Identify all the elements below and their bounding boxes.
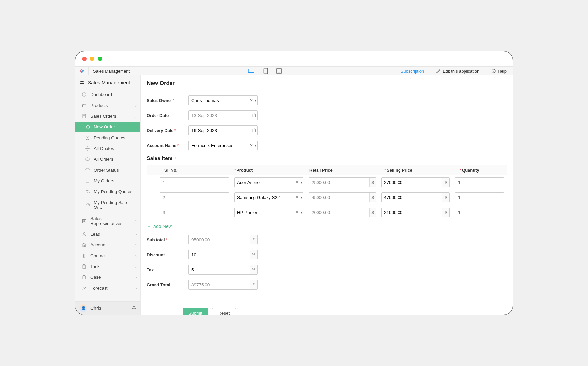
- sidebar-item-task[interactable]: Task›: [75, 261, 140, 272]
- delivery-date-input[interactable]: [189, 126, 250, 135]
- selling-price-input[interactable]: [382, 208, 442, 217]
- device-tablet-icon[interactable]: [263, 68, 268, 74]
- clear-icon[interactable]: ✕: [295, 178, 299, 187]
- account-name-input[interactable]: [189, 141, 249, 150]
- order-date-input: [189, 111, 250, 120]
- chevron-down-icon[interactable]: ▾: [299, 208, 303, 217]
- edit-app-link[interactable]: Edit this application: [430, 67, 485, 75]
- product-select[interactable]: ✕▾: [234, 192, 303, 202]
- product-input[interactable]: [235, 178, 295, 187]
- sidebar-item-forecast[interactable]: Forecast›: [75, 283, 140, 293]
- sidebar-item-dashboard[interactable]: Dashboard: [75, 89, 140, 100]
- table-row: ✕▾$$: [147, 175, 507, 190]
- quantity-field[interactable]: [455, 177, 504, 187]
- reset-button[interactable]: Reset: [212, 308, 236, 315]
- sales-owner-select[interactable]: ✕ ▾: [188, 95, 258, 105]
- device-mobile-icon[interactable]: [276, 68, 282, 74]
- reps-icon: [81, 219, 87, 224]
- bell-icon[interactable]: [131, 306, 137, 311]
- calendar-icon[interactable]: [250, 126, 257, 135]
- sidebar-item-contact[interactable]: Contact›: [75, 250, 140, 261]
- percent-icon: %: [250, 265, 257, 274]
- sidebar-item-pending-quotes[interactable]: Pending Quotes: [75, 132, 140, 143]
- sidebar-item-lead[interactable]: Lead›: [75, 229, 140, 240]
- sidebar-item-products[interactable]: Products›: [75, 100, 140, 111]
- new-order-icon: [85, 125, 90, 129]
- sidebar-item-account[interactable]: Account›: [75, 240, 140, 250]
- discount-input[interactable]: [189, 250, 250, 259]
- sales-item-heading: Sales Item *: [147, 156, 507, 161]
- account-icon: [81, 242, 87, 247]
- sidebar-item-sales-representatives[interactable]: Sales Representatives›: [75, 213, 140, 229]
- submit-button[interactable]: Submit: [183, 308, 208, 315]
- svg-rect-1: [248, 69, 254, 73]
- clear-icon[interactable]: ✕: [295, 193, 299, 202]
- window-min-dot[interactable]: [90, 57, 94, 61]
- pencil-icon: [436, 69, 441, 73]
- chevron-down-icon[interactable]: ▾: [299, 193, 303, 202]
- th-retail: Retail Price: [307, 168, 382, 173]
- sidebar-item-new-order[interactable]: New Order: [75, 122, 140, 132]
- grand-total-input: [189, 280, 250, 289]
- window-close-dot[interactable]: [82, 57, 87, 61]
- sidebar-item-case[interactable]: Case›: [75, 272, 140, 283]
- product-input[interactable]: [235, 208, 295, 217]
- sales-owner-input[interactable]: [189, 96, 249, 105]
- discount-label: Discount: [147, 252, 188, 257]
- sidebar-item-sales-orders[interactable]: Sales Orders⌄: [75, 111, 140, 122]
- subscription-link[interactable]: Subscription: [395, 67, 430, 75]
- table-row: ✕▾$$: [147, 190, 507, 205]
- tax-input[interactable]: [189, 265, 250, 274]
- quantity-input[interactable]: [455, 208, 504, 217]
- back-button[interactable]: [75, 67, 89, 75]
- chevron-down-icon[interactable]: ▾: [253, 96, 258, 105]
- sidebar-item-label: Lead: [90, 232, 100, 237]
- account-name-select[interactable]: ✕ ▾: [188, 141, 258, 150]
- retail-price-field: $: [309, 177, 376, 187]
- selling-price-field[interactable]: $: [381, 208, 450, 217]
- quantity-input[interactable]: [455, 193, 504, 202]
- selling-price-input[interactable]: [382, 178, 442, 187]
- product-select[interactable]: ✕▾: [234, 177, 303, 187]
- sidebar-item-all-quotes[interactable]: All Quotes: [75, 143, 140, 154]
- selling-price-field[interactable]: $: [381, 192, 450, 202]
- quantity-field[interactable]: [455, 192, 504, 202]
- task-icon: [81, 264, 87, 269]
- clear-icon[interactable]: ✕: [249, 96, 253, 105]
- device-desktop-icon[interactable]: [248, 68, 255, 74]
- sidebar-item-my-pending-quotes[interactable]: My Pending Quotes: [75, 186, 140, 197]
- add-new-button[interactable]: ＋ Add New: [147, 220, 507, 233]
- product-select[interactable]: ✕▾: [234, 208, 303, 217]
- svg-point-24: [84, 254, 84, 255]
- quantity-field[interactable]: [455, 208, 504, 217]
- user-name: Chris: [90, 306, 101, 311]
- svg-text:?: ?: [493, 70, 494, 72]
- help-link[interactable]: ? Help: [485, 67, 513, 75]
- quantity-input[interactable]: [455, 178, 504, 187]
- calendar-icon[interactable]: [250, 111, 257, 120]
- forecast-icon: [81, 286, 87, 291]
- avatar[interactable]: 👤: [79, 304, 87, 312]
- status-icon: [85, 168, 90, 173]
- order-date-field[interactable]: [188, 110, 258, 120]
- edit-app-label: Edit this application: [443, 69, 479, 74]
- selling-price-input[interactable]: [382, 193, 442, 202]
- clear-icon[interactable]: ✕: [295, 208, 299, 217]
- svg-rect-27: [252, 114, 255, 117]
- sidebar-item-order-status[interactable]: Order Status: [75, 165, 140, 175]
- chevron-down-icon[interactable]: ▾: [299, 178, 303, 187]
- delivery-date-field[interactable]: [188, 125, 258, 135]
- sidebar-item-all-orders[interactable]: All Orders: [75, 154, 140, 165]
- discount-field[interactable]: %: [188, 250, 258, 259]
- chevron-down-icon[interactable]: ▾: [253, 141, 258, 150]
- svg-point-16: [86, 190, 87, 191]
- sidebar-item-my-pending-sale-or-[interactable]: My Pending Sale Or...: [75, 197, 140, 213]
- product-input[interactable]: [235, 193, 295, 202]
- grand-total-field: ₹: [188, 280, 258, 290]
- sidebar-item-my-orders[interactable]: My Orders: [75, 175, 140, 186]
- tax-field[interactable]: %: [188, 265, 258, 274]
- selling-price-field[interactable]: $: [381, 177, 450, 187]
- app-title: Sales Management: [89, 67, 134, 75]
- clear-icon[interactable]: ✕: [249, 141, 253, 150]
- window-max-dot[interactable]: [98, 57, 102, 61]
